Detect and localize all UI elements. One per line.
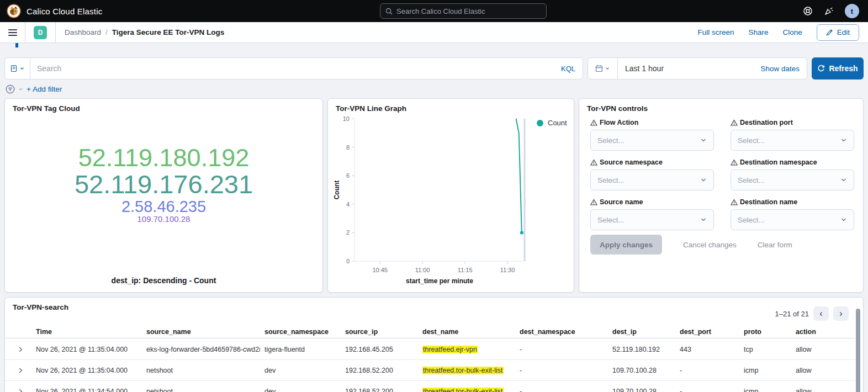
- next-page-button[interactable]: ›: [833, 306, 849, 321]
- control-select[interactable]: Select...: [731, 169, 854, 190]
- full-screen-button[interactable]: Full screen: [697, 28, 734, 36]
- column-header[interactable]: Time: [31, 328, 142, 336]
- controls-grid: Flow ActionSelect...Destination portSele…: [590, 119, 854, 230]
- column-header[interactable]: proto: [739, 328, 791, 336]
- table-cell-action: allow: [791, 388, 855, 392]
- app-title: Calico Cloud Elastic: [27, 7, 102, 16]
- table-cell-dest_name: threatfeed.ejr-vpn: [418, 346, 515, 353]
- time-range-value[interactable]: Last 1 hour: [618, 64, 760, 73]
- table-cell-dest_namespace: -: [515, 346, 608, 353]
- tag-cloud-item[interactable]: 109.70.100.28: [5, 215, 322, 224]
- breadcrumb-dashboard[interactable]: Dashboard: [65, 28, 101, 36]
- page-title: Tigera Secure EE Tor-VPN Logs: [112, 28, 225, 36]
- table-scrollbar[interactable]: [856, 309, 860, 392]
- chevron-down-icon: [700, 216, 707, 223]
- apply-changes-button[interactable]: Apply changes: [590, 235, 662, 255]
- menu-icon[interactable]: [8, 29, 17, 36]
- breadcrumb: Dashboard / Tigera Secure EE Tor-VPN Log…: [65, 28, 224, 36]
- svg-text:10: 10: [343, 115, 350, 122]
- tag-cloud-item[interactable]: 2.58.46.235: [5, 198, 322, 215]
- svg-text:Count: Count: [333, 181, 341, 200]
- control-label: Destination port: [731, 119, 854, 126]
- clear-form-button[interactable]: Clear form: [758, 241, 792, 249]
- table-cell-time: Nov 26, 2021 @ 11:34:54.000: [31, 388, 142, 392]
- search-icon: [385, 8, 393, 15]
- column-header[interactable]: source_namespace: [260, 328, 341, 336]
- saved-query-menu-button[interactable]: [5, 58, 30, 79]
- control-select[interactable]: Select...: [731, 209, 854, 230]
- column-header[interactable]: dest_name: [418, 328, 515, 336]
- expand-row-button[interactable]: [5, 346, 31, 353]
- table-header-row: Timesource_namesource_namespacesource_ip…: [5, 325, 855, 338]
- cancel-changes-button[interactable]: Cancel changes: [683, 241, 737, 249]
- table-cell-dest_port: 443: [675, 346, 739, 353]
- control-field: Source nameSelect...: [590, 198, 714, 230]
- divider: [25, 22, 25, 43]
- table-body: Nov 26, 2021 @ 11:35:04.000eks-log-forwa…: [5, 339, 855, 392]
- column-header[interactable]: dest_namespace: [515, 328, 608, 336]
- chevron-down-icon[interactable]: [18, 87, 23, 92]
- control-select[interactable]: Select...: [590, 130, 714, 151]
- control-field: Flow ActionSelect...: [590, 119, 714, 151]
- column-header[interactable]: dest_port: [675, 328, 739, 336]
- tag-cloud-item[interactable]: 52.119.180.192: [5, 145, 322, 171]
- filter-icon[interactable]: [6, 84, 15, 94]
- expand-row-icon: [17, 388, 24, 392]
- column-header[interactable]: source_name: [142, 328, 260, 336]
- refresh-button[interactable]: Refresh: [812, 57, 864, 80]
- column-header[interactable]: source_ip: [341, 328, 418, 336]
- tag-cloud-item[interactable]: 52.119.176.231: [5, 171, 322, 198]
- calendar-icon: [595, 65, 603, 72]
- calico-logo-icon[interactable]: [7, 4, 21, 18]
- warning-icon: [731, 119, 738, 126]
- control-select[interactable]: Select...: [731, 130, 854, 151]
- control-select[interactable]: Select...: [590, 169, 714, 190]
- control-label: Destination namespace: [731, 158, 854, 166]
- svg-text:10:45: 10:45: [372, 267, 388, 273]
- table-row: Nov 26, 2021 @ 11:35:04.000eks-log-forwa…: [5, 339, 855, 360]
- chevron-down-icon: [840, 177, 847, 183]
- search-input[interactable]: [30, 58, 561, 79]
- date-quick-menu-button[interactable]: [588, 58, 618, 79]
- news-icon[interactable]: [824, 6, 834, 16]
- global-search-input[interactable]: [396, 7, 541, 15]
- user-avatar[interactable]: t: [845, 4, 859, 18]
- expand-row-button[interactable]: [5, 367, 31, 374]
- column-header[interactable]: action: [791, 328, 855, 336]
- share-button[interactable]: Share: [748, 28, 768, 36]
- prev-page-button[interactable]: ‹: [813, 306, 829, 321]
- svg-text:2: 2: [346, 229, 350, 236]
- table-cell-dest_ip: 52.119.180.192: [608, 346, 675, 353]
- top-app-bar: Calico Cloud Elastic t: [0, 0, 868, 22]
- chevron-down-icon: [840, 216, 847, 223]
- chevron-down-icon: [605, 66, 610, 71]
- refresh-icon: [817, 65, 825, 72]
- legend-dot-icon: [537, 120, 543, 126]
- add-filter-button[interactable]: + Add filter: [27, 85, 62, 93]
- show-dates-button[interactable]: Show dates: [760, 65, 800, 73]
- control-label: Source name: [590, 198, 714, 206]
- line-chart: 024681010:4511:0011:1511:30Countstart_ti…: [332, 113, 537, 289]
- svg-text:11:15: 11:15: [458, 267, 473, 273]
- table-cell-source_ip: 192.168.45.205: [341, 346, 418, 353]
- clone-button[interactable]: Clone: [782, 28, 802, 36]
- control-select[interactable]: Select...: [590, 209, 714, 230]
- global-search[interactable]: [380, 3, 547, 19]
- table-cell-source_name: netshoot: [142, 367, 260, 374]
- panel-title: Tor-VPN Tag Cloud: [13, 104, 80, 113]
- chart-legend[interactable]: Count: [537, 119, 567, 127]
- control-field: Source namespaceSelect...: [590, 158, 714, 190]
- help-icon[interactable]: [803, 6, 813, 16]
- chevron-down-icon: [700, 177, 707, 183]
- tag-cloud: 52.119.180.19252.119.176.2312.58.46.2351…: [5, 145, 322, 223]
- table-cell-action: allow: [791, 367, 855, 374]
- table-cell-source_ip: 192.168.52.200: [341, 367, 418, 374]
- svg-text:0: 0: [346, 258, 350, 264]
- kql-toggle[interactable]: KQL: [561, 65, 575, 73]
- column-header[interactable]: dest_ip: [608, 328, 675, 336]
- table-cell-source_namespace: tigera-fluentd: [260, 346, 341, 353]
- edit-button[interactable]: Edit: [817, 24, 859, 41]
- space-avatar[interactable]: D: [34, 26, 47, 39]
- expand-row-button[interactable]: [5, 388, 31, 392]
- time-range-picker: Last 1 hour Show dates: [588, 57, 807, 80]
